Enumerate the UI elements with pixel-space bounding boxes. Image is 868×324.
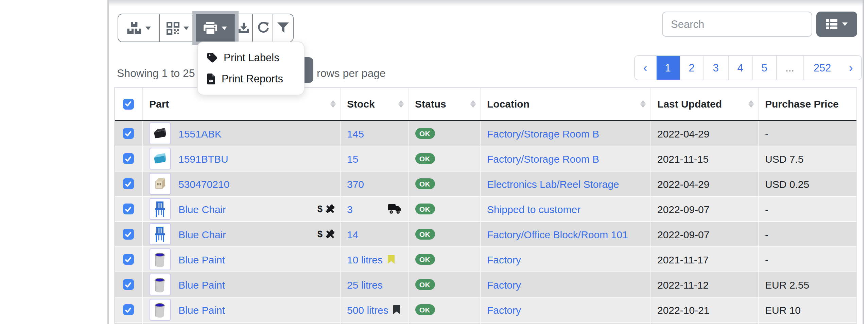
status-badge: OK	[415, 254, 435, 265]
part-thumbnail[interactable]	[149, 223, 170, 245]
part-link[interactable]: Blue Paint	[178, 254, 225, 265]
column-header-price: Purchase Price	[758, 88, 856, 120]
chevron-down-icon	[842, 22, 848, 26]
row-checkbox[interactable]	[123, 304, 134, 315]
column-label: Location	[487, 98, 530, 110]
location-link[interactable]: Factory	[487, 304, 521, 315]
purchase-price-value: EUR 2.55	[765, 279, 809, 290]
part-link[interactable]: Blue Chair	[178, 203, 226, 215]
part-flags: $	[317, 204, 335, 214]
last-updated-value: 2022-09-07	[657, 203, 709, 215]
barcode-icon	[166, 21, 179, 34]
location-link[interactable]: Electronics Lab/Reel Storage	[487, 178, 619, 190]
column-header-location[interactable]: Location	[480, 88, 650, 120]
row-checkbox[interactable]	[123, 128, 134, 139]
tag-icon	[207, 52, 218, 63]
row-checkbox[interactable]	[123, 153, 134, 164]
purchase-price-value: -	[765, 203, 768, 215]
part-link[interactable]: 1591BTBU	[178, 153, 228, 164]
location-link[interactable]: Shipped to customer	[487, 203, 580, 215]
part-thumbnail[interactable]	[149, 248, 170, 270]
stock-link[interactable]: 370	[347, 178, 364, 190]
page-button-1[interactable]: 1	[656, 56, 680, 80]
print-actions-button[interactable]	[196, 14, 235, 42]
filter-button[interactable]	[273, 14, 293, 42]
location-link[interactable]: Factory	[487, 279, 521, 290]
part-link[interactable]: 530470210	[178, 178, 229, 190]
location-link[interactable]: Factory/Office Block/Room 101	[487, 228, 628, 240]
download-button[interactable]	[235, 14, 253, 42]
part-thumbnail[interactable]	[149, 198, 170, 220]
column-label: Stock	[347, 98, 375, 110]
part-thumbnail[interactable]	[149, 299, 170, 321]
panel-top-shadow	[109, 0, 863, 6]
row-checkbox[interactable]	[123, 254, 134, 265]
pagination-prev-button[interactable]: ‹	[635, 56, 656, 80]
stock-link[interactable]: 3	[347, 203, 353, 215]
page-button-4[interactable]: 4	[728, 56, 753, 80]
stock-link[interactable]: 14	[347, 228, 358, 240]
location-link[interactable]: Factory/Storage Room B	[487, 153, 599, 164]
column-label: Purchase Price	[765, 98, 839, 110]
part-thumbnail[interactable]	[149, 173, 170, 195]
stock-link[interactable]: 10 litres	[347, 254, 383, 265]
part-link[interactable]: Blue Paint	[178, 304, 225, 315]
pdf-icon	[207, 74, 215, 84]
last-updated-value: 2021-11-17	[657, 254, 709, 265]
menu-item-print-reports[interactable]: Print Reports	[198, 71, 304, 87]
status-badge: OK	[415, 304, 435, 315]
row-checkbox[interactable]	[123, 178, 134, 189]
select-all-checkbox[interactable]	[123, 98, 134, 109]
page-button-5[interactable]: 5	[753, 56, 777, 80]
boxes-icon	[127, 22, 141, 34]
sort-carets-icon	[640, 100, 646, 108]
filter-icon	[277, 22, 289, 33]
stock-link[interactable]: 145	[347, 128, 364, 139]
menu-item-print-labels[interactable]: Print Labels	[198, 50, 304, 66]
page-button-252[interactable]: 252	[804, 56, 841, 80]
part-thumbnail[interactable]	[149, 148, 170, 169]
table-row: $	[115, 322, 856, 324]
part-thumbnail[interactable]	[149, 274, 170, 295]
last-updated-value: 2022-10-21	[657, 304, 709, 315]
part-link[interactable]: Blue Paint	[178, 279, 225, 290]
search-input[interactable]	[662, 12, 812, 37]
column-label: Status	[415, 98, 446, 110]
location-link[interactable]: Factory	[487, 254, 521, 265]
column-header-stock[interactable]: Stock	[340, 88, 407, 120]
last-updated-value: 2022-09-07	[657, 228, 709, 240]
pagination: ‹ 12345...252 ›	[634, 55, 862, 80]
location-link[interactable]: Factory/Storage Room B	[487, 128, 599, 139]
part-thumbnail[interactable]	[149, 123, 170, 144]
table-row: Blue Chair $ 14	[115, 221, 856, 246]
column-header-updated[interactable]: Last Updated	[650, 88, 758, 120]
panel-left-border	[107, 0, 109, 324]
stock-actions-button[interactable]	[118, 14, 160, 42]
page-button-2[interactable]: 2	[680, 56, 704, 80]
stock-items-table: PartStockStatusLocationLast UpdatedPurch…	[114, 87, 857, 324]
status-badge: OK	[415, 153, 435, 164]
part-link[interactable]: Blue Chair	[178, 228, 226, 240]
table-row: Blue Paint $ 10 litres	[115, 246, 856, 272]
barcode-actions-button[interactable]	[160, 14, 196, 42]
table-toolbar	[118, 14, 294, 42]
table-row: 530470210 $ 370	[115, 171, 856, 196]
column-header-status[interactable]: Status	[407, 88, 480, 120]
stock-link[interactable]: 25 litres	[347, 279, 383, 290]
panel-right-border	[863, 0, 864, 324]
columns-select-button[interactable]	[816, 12, 857, 37]
stock-link[interactable]: 500 litres	[347, 304, 388, 315]
dollar-icon: $	[317, 204, 323, 214]
refresh-button[interactable]	[253, 14, 273, 42]
refresh-icon	[257, 22, 269, 34]
row-checkbox[interactable]	[123, 279, 134, 290]
part-link[interactable]: 1551ABK	[178, 128, 222, 139]
last-updated-value: 2022-04-29	[657, 128, 709, 139]
status-badge: OK	[415, 178, 435, 189]
stock-link[interactable]: 15	[347, 153, 358, 164]
menu-item-label: Print Reports	[222, 73, 283, 85]
row-checkbox[interactable]	[123, 204, 134, 214]
row-checkbox[interactable]	[123, 229, 134, 240]
pagination-next-button[interactable]: ›	[841, 56, 861, 80]
page-button-3[interactable]: 3	[704, 56, 728, 80]
